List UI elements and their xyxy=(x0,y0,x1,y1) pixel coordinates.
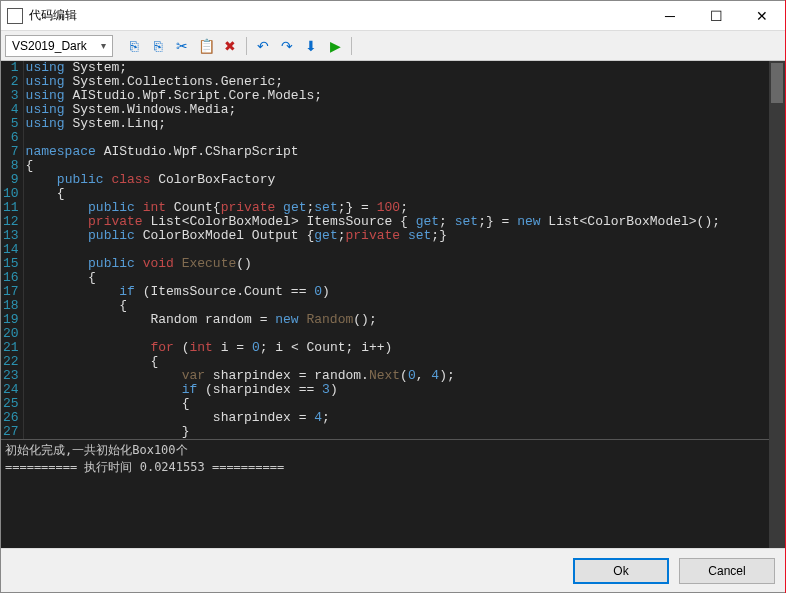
line-number: 23 xyxy=(3,369,19,383)
close-icon: ✕ xyxy=(756,8,768,24)
code-line[interactable]: public int Count{private get;set;} = 100… xyxy=(26,201,769,215)
line-number: 5 xyxy=(3,117,19,131)
dialog-button-bar: Ok Cancel xyxy=(1,548,785,592)
download-icon: ⬇ xyxy=(305,38,317,54)
delete-button[interactable]: ✖ xyxy=(219,35,241,57)
code-line[interactable]: public ColorBoxModel Output {get;private… xyxy=(26,229,769,243)
code-line[interactable] xyxy=(26,131,769,145)
code-line[interactable]: sharpindex = 4; xyxy=(26,411,769,425)
toolbar: VS2019_Dark ⎘ ⎘ ✂ 📋 ✖ ↶ ↷ ⬇ ▶ xyxy=(1,31,785,61)
line-number: 18 xyxy=(3,299,19,313)
code-line[interactable] xyxy=(26,327,769,341)
paste-icon: 📋 xyxy=(198,38,215,54)
line-number: 7 xyxy=(3,145,19,159)
line-number: 16 xyxy=(3,271,19,285)
delete-icon: ✖ xyxy=(224,38,236,54)
line-number: 20 xyxy=(3,327,19,341)
output-line: 初始化完成,一共初始化Box100个 xyxy=(5,442,765,459)
run-button[interactable]: ▶ xyxy=(324,35,346,57)
line-number-gutter: 1234567891011121314151617181920212223242… xyxy=(1,61,24,439)
redo-button[interactable]: ↷ xyxy=(276,35,298,57)
code-line[interactable] xyxy=(26,243,769,257)
code-line[interactable]: if (sharpindex == 3) xyxy=(26,383,769,397)
code-content[interactable]: using System;using System.Collections.Ge… xyxy=(24,61,769,439)
line-number: 24 xyxy=(3,383,19,397)
line-number: 9 xyxy=(3,173,19,187)
line-number: 19 xyxy=(3,313,19,327)
line-number: 27 xyxy=(3,425,19,439)
line-number: 2 xyxy=(3,75,19,89)
code-line[interactable]: using System; xyxy=(26,61,769,75)
code-line[interactable]: var sharpindex = random.Next(0, 4); xyxy=(26,369,769,383)
code-line[interactable]: if (ItemsSource.Count == 0) xyxy=(26,285,769,299)
cancel-button[interactable]: Cancel xyxy=(679,558,775,584)
ok-button[interactable]: Ok xyxy=(573,558,669,584)
code-line[interactable]: using System.Linq; xyxy=(26,117,769,131)
line-number: 6 xyxy=(3,131,19,145)
code-line[interactable]: { xyxy=(26,299,769,313)
window-controls: ─ ☐ ✕ xyxy=(647,1,785,30)
line-number: 10 xyxy=(3,187,19,201)
code-line[interactable]: { xyxy=(26,397,769,411)
cut-icon: ✂ xyxy=(176,38,188,54)
code-line[interactable]: Random random = new Random(); xyxy=(26,313,769,327)
code-editor[interactable]: 1234567891011121314151617181920212223242… xyxy=(1,61,769,439)
line-number: 3 xyxy=(3,89,19,103)
theme-select[interactable]: VS2019_Dark xyxy=(5,35,113,57)
theme-select-value: VS2019_Dark xyxy=(12,39,87,53)
copy-icon: ⎘ xyxy=(154,38,162,54)
output-line: ========== 执行时间 0.0241553 ========== xyxy=(5,459,765,476)
vertical-scrollbar[interactable] xyxy=(769,61,785,548)
code-pane: 1234567891011121314151617181920212223242… xyxy=(1,61,769,548)
line-number: 26 xyxy=(3,411,19,425)
maximize-button[interactable]: ☐ xyxy=(693,1,739,30)
code-line[interactable]: using System.Windows.Media; xyxy=(26,103,769,117)
download-button[interactable]: ⬇ xyxy=(300,35,322,57)
code-line[interactable]: for (int i = 0; i < Count; i++) xyxy=(26,341,769,355)
code-line[interactable]: public void Execute() xyxy=(26,257,769,271)
line-number: 11 xyxy=(3,201,19,215)
line-number: 13 xyxy=(3,229,19,243)
line-number: 21 xyxy=(3,341,19,355)
fold-icon: ⎘ xyxy=(130,38,138,54)
code-line[interactable]: namespace AIStudio.Wpf.CSharpScript xyxy=(26,145,769,159)
minimize-button[interactable]: ─ xyxy=(647,1,693,30)
paste-button[interactable]: 📋 xyxy=(195,35,217,57)
scrollbar-thumb[interactable] xyxy=(771,63,783,103)
cut-button[interactable]: ✂ xyxy=(171,35,193,57)
line-number: 15 xyxy=(3,257,19,271)
line-number: 14 xyxy=(3,243,19,257)
redo-icon: ↷ xyxy=(281,38,293,54)
fold-button[interactable]: ⎘ xyxy=(123,35,145,57)
close-button[interactable]: ✕ xyxy=(739,1,785,30)
app-icon xyxy=(7,8,23,24)
run-icon: ▶ xyxy=(330,38,341,54)
line-number: 1 xyxy=(3,61,19,75)
code-line[interactable]: { xyxy=(26,159,769,173)
window-title: 代码编辑 xyxy=(29,7,647,24)
line-number: 8 xyxy=(3,159,19,173)
undo-button[interactable]: ↶ xyxy=(252,35,274,57)
code-line[interactable]: { xyxy=(26,355,769,369)
line-number: 22 xyxy=(3,355,19,369)
separator xyxy=(351,37,352,55)
output-pane: 初始化完成,一共初始化Box100个 ========== 执行时间 0.024… xyxy=(1,439,769,548)
code-line[interactable]: { xyxy=(26,271,769,285)
code-line[interactable]: { xyxy=(26,187,769,201)
code-line[interactable]: using AIStudio.Wpf.Script.Core.Models; xyxy=(26,89,769,103)
copy-button[interactable]: ⎘ xyxy=(147,35,169,57)
code-line[interactable]: } xyxy=(26,425,769,439)
maximize-icon: ☐ xyxy=(710,8,723,24)
line-number: 25 xyxy=(3,397,19,411)
line-number: 4 xyxy=(3,103,19,117)
code-line[interactable]: public class ColorBoxFactory xyxy=(26,173,769,187)
editor-area: 1234567891011121314151617181920212223242… xyxy=(1,61,785,548)
line-number: 17 xyxy=(3,285,19,299)
code-line[interactable]: private List<ColorBoxModel> ItemsSource … xyxy=(26,215,769,229)
code-line[interactable]: using System.Collections.Generic; xyxy=(26,75,769,89)
separator xyxy=(246,37,247,55)
line-number: 12 xyxy=(3,215,19,229)
minimize-icon: ─ xyxy=(665,8,675,24)
title-bar: 代码编辑 ─ ☐ ✕ xyxy=(1,1,785,31)
undo-icon: ↶ xyxy=(257,38,269,54)
